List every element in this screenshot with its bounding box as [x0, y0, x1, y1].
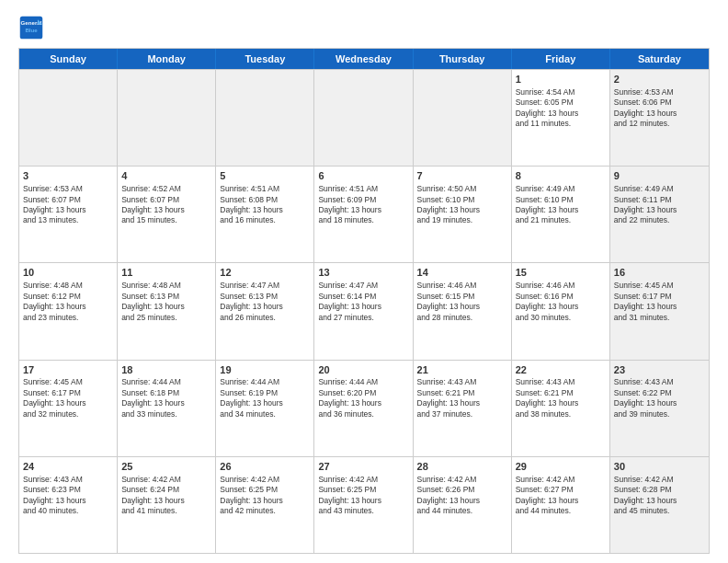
day-number: 27	[318, 460, 408, 474]
calendar-cell-2: 2Sunrise: 4:53 AMSunset: 6:06 PMDaylight…	[610, 70, 709, 166]
calendar-cell-11: 11Sunrise: 4:48 AMSunset: 6:13 PMDayligh…	[118, 263, 216, 359]
day-number: 21	[417, 363, 507, 377]
day-number: 22	[516, 363, 606, 377]
cell-content: Sunrise: 4:51 AMSunset: 6:08 PMDaylight:…	[220, 184, 310, 226]
week-row-5: 24Sunrise: 4:43 AMSunset: 6:23 PMDayligh…	[19, 456, 709, 553]
header-day-friday: Friday	[512, 49, 610, 69]
cell-content: Sunrise: 4:42 AMSunset: 6:26 PMDaylight:…	[417, 475, 507, 517]
cell-content: Sunrise: 4:44 AMSunset: 6:19 PMDaylight:…	[220, 377, 310, 419]
cell-content: Sunrise: 4:51 AMSunset: 6:09 PMDaylight:…	[318, 184, 408, 226]
cell-content: Sunrise: 4:43 AMSunset: 6:23 PMDaylight:…	[23, 475, 113, 517]
week-row-3: 10Sunrise: 4:48 AMSunset: 6:12 PMDayligh…	[19, 262, 709, 359]
calendar-cell-4: 4Sunrise: 4:52 AMSunset: 6:07 PMDaylight…	[118, 167, 216, 262]
day-number: 2	[614, 73, 705, 86]
day-number: 26	[220, 460, 310, 474]
svg-text:Blue: Blue	[25, 27, 38, 33]
day-number: 10	[23, 266, 113, 280]
calendar-cell-20: 20Sunrise: 4:44 AMSunset: 6:20 PMDayligh…	[314, 361, 413, 456]
cell-content: Sunrise: 4:49 AMSunset: 6:10 PMDaylight:…	[516, 184, 606, 226]
day-number: 18	[121, 363, 211, 377]
header-day-tuesday: Tuesday	[216, 49, 314, 69]
cell-content: Sunrise: 4:46 AMSunset: 6:16 PMDaylight:…	[516, 281, 606, 323]
calendar-cell-empty-0-4	[414, 70, 512, 166]
day-number: 30	[614, 460, 705, 474]
cell-content: Sunrise: 4:50 AMSunset: 6:10 PMDaylight:…	[417, 184, 507, 226]
calendar-cell-9: 9Sunrise: 4:49 AMSunset: 6:11 PMDaylight…	[610, 167, 709, 262]
calendar: SundayMondayTuesdayWednesdayThursdayFrid…	[18, 48, 710, 554]
cell-content: Sunrise: 4:42 AMSunset: 6:24 PMDaylight:…	[121, 475, 211, 517]
cell-content: Sunrise: 4:43 AMSunset: 6:22 PMDaylight:…	[614, 377, 705, 419]
day-number: 25	[121, 460, 211, 474]
day-number: 7	[417, 169, 507, 183]
page: General Blue SundayMondayTuesdayWednesda…	[0, 0, 728, 563]
day-number: 1	[516, 73, 606, 86]
calendar-cell-3: 3Sunrise: 4:53 AMSunset: 6:07 PMDaylight…	[19, 167, 118, 262]
cell-content: Sunrise: 4:45 AMSunset: 6:17 PMDaylight:…	[614, 281, 705, 323]
calendar-cell-27: 27Sunrise: 4:42 AMSunset: 6:25 PMDayligh…	[314, 457, 413, 553]
day-number: 19	[220, 363, 310, 377]
calendar-cell-8: 8Sunrise: 4:49 AMSunset: 6:10 PMDaylight…	[512, 167, 610, 262]
calendar-cell-7: 7Sunrise: 4:50 AMSunset: 6:10 PMDaylight…	[414, 167, 512, 262]
cell-content: Sunrise: 4:42 AMSunset: 6:28 PMDaylight:…	[614, 475, 705, 517]
calendar-cell-30: 30Sunrise: 4:42 AMSunset: 6:28 PMDayligh…	[610, 457, 709, 553]
header-day-thursday: Thursday	[414, 49, 512, 69]
cell-content: Sunrise: 4:48 AMSunset: 6:13 PMDaylight:…	[121, 281, 211, 323]
cell-content: Sunrise: 4:43 AMSunset: 6:21 PMDaylight:…	[516, 377, 606, 419]
day-number: 5	[220, 169, 310, 183]
cell-content: Sunrise: 4:48 AMSunset: 6:12 PMDaylight:…	[23, 281, 113, 323]
day-number: 6	[318, 169, 408, 183]
calendar-body: 1Sunrise: 4:54 AMSunset: 6:05 PMDaylight…	[19, 69, 709, 553]
week-row-4: 17Sunrise: 4:45 AMSunset: 6:17 PMDayligh…	[19, 360, 709, 456]
logo: General Blue	[18, 15, 48, 40]
cell-content: Sunrise: 4:44 AMSunset: 6:20 PMDaylight:…	[318, 377, 408, 419]
cell-content: Sunrise: 4:45 AMSunset: 6:17 PMDaylight:…	[23, 377, 113, 419]
day-number: 20	[318, 363, 408, 377]
calendar-cell-empty-0-1	[118, 70, 216, 166]
cell-content: Sunrise: 4:46 AMSunset: 6:15 PMDaylight:…	[417, 281, 507, 323]
cell-content: Sunrise: 4:53 AMSunset: 6:06 PMDaylight:…	[614, 87, 705, 130]
cell-content: Sunrise: 4:52 AMSunset: 6:07 PMDaylight:…	[121, 184, 211, 226]
day-number: 16	[614, 266, 705, 280]
header-day-saturday: Saturday	[610, 49, 709, 69]
calendar-cell-26: 26Sunrise: 4:42 AMSunset: 6:25 PMDayligh…	[216, 457, 314, 553]
day-number: 15	[516, 266, 606, 280]
day-number: 24	[23, 460, 113, 474]
calendar-header: SundayMondayTuesdayWednesdayThursdayFrid…	[19, 49, 709, 69]
header-day-sunday: Sunday	[19, 49, 118, 69]
cell-content: Sunrise: 4:42 AMSunset: 6:27 PMDaylight:…	[516, 475, 606, 517]
calendar-cell-1: 1Sunrise: 4:54 AMSunset: 6:05 PMDaylight…	[512, 70, 610, 166]
calendar-cell-empty-0-2	[216, 70, 314, 166]
cell-content: Sunrise: 4:43 AMSunset: 6:21 PMDaylight:…	[417, 377, 507, 419]
cell-content: Sunrise: 4:49 AMSunset: 6:11 PMDaylight:…	[614, 184, 705, 226]
calendar-cell-23: 23Sunrise: 4:43 AMSunset: 6:22 PMDayligh…	[610, 361, 709, 456]
calendar-cell-28: 28Sunrise: 4:42 AMSunset: 6:26 PMDayligh…	[414, 457, 512, 553]
day-number: 13	[318, 266, 408, 280]
calendar-cell-21: 21Sunrise: 4:43 AMSunset: 6:21 PMDayligh…	[414, 361, 512, 456]
cell-content: Sunrise: 4:42 AMSunset: 6:25 PMDaylight:…	[318, 475, 408, 517]
calendar-cell-22: 22Sunrise: 4:43 AMSunset: 6:21 PMDayligh…	[512, 361, 610, 456]
calendar-cell-25: 25Sunrise: 4:42 AMSunset: 6:24 PMDayligh…	[118, 457, 216, 553]
day-number: 29	[516, 460, 606, 474]
calendar-cell-empty-0-0	[19, 70, 118, 166]
day-number: 11	[121, 266, 211, 280]
header: General Blue	[18, 15, 710, 40]
day-number: 8	[516, 169, 606, 183]
day-number: 9	[614, 169, 705, 183]
day-number: 12	[220, 266, 310, 280]
header-day-wednesday: Wednesday	[314, 49, 413, 69]
week-row-2: 3Sunrise: 4:53 AMSunset: 6:07 PMDaylight…	[19, 166, 709, 262]
cell-content: Sunrise: 4:44 AMSunset: 6:18 PMDaylight:…	[121, 377, 211, 419]
calendar-cell-17: 17Sunrise: 4:45 AMSunset: 6:17 PMDayligh…	[19, 361, 118, 456]
calendar-cell-empty-0-3	[314, 70, 413, 166]
cell-content: Sunrise: 4:53 AMSunset: 6:07 PMDaylight:…	[23, 184, 113, 226]
calendar-cell-12: 12Sunrise: 4:47 AMSunset: 6:13 PMDayligh…	[216, 263, 314, 359]
day-number: 17	[23, 363, 113, 377]
calendar-cell-29: 29Sunrise: 4:42 AMSunset: 6:27 PMDayligh…	[512, 457, 610, 553]
calendar-cell-24: 24Sunrise: 4:43 AMSunset: 6:23 PMDayligh…	[19, 457, 118, 553]
calendar-cell-16: 16Sunrise: 4:45 AMSunset: 6:17 PMDayligh…	[610, 263, 709, 359]
calendar-cell-15: 15Sunrise: 4:46 AMSunset: 6:16 PMDayligh…	[512, 263, 610, 359]
calendar-cell-10: 10Sunrise: 4:48 AMSunset: 6:12 PMDayligh…	[19, 263, 118, 359]
day-number: 28	[417, 460, 507, 474]
calendar-cell-6: 6Sunrise: 4:51 AMSunset: 6:09 PMDaylight…	[314, 167, 413, 262]
cell-content: Sunrise: 4:47 AMSunset: 6:14 PMDaylight:…	[318, 281, 408, 323]
